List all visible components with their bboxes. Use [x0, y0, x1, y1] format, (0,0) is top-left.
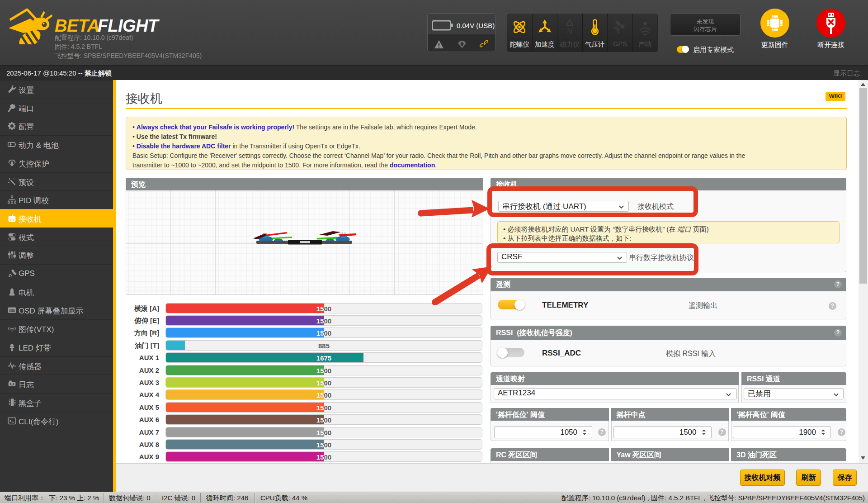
svg-text:OSD: OSD	[9, 309, 15, 312]
svg-text:N: N	[567, 27, 572, 35]
